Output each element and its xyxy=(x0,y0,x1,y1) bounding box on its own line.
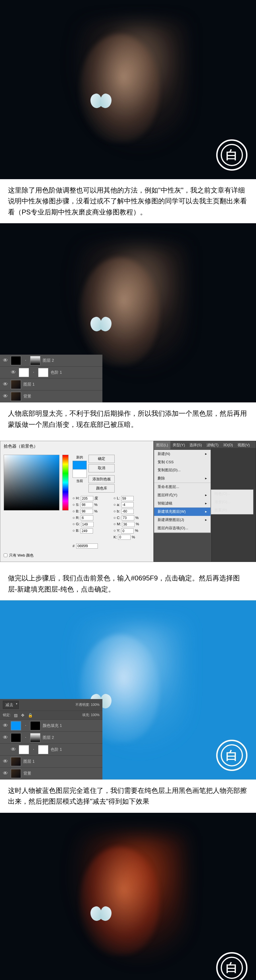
menu-item[interactable]: 智能滤镜▸ xyxy=(154,500,210,508)
ok-button[interactable]: 确定 xyxy=(89,455,114,463)
eye-icon[interactable]: 👁 xyxy=(10,370,16,375)
field-unit: % xyxy=(94,509,97,514)
layer-row[interactable]: 👁⬝色阶 1 xyxy=(0,744,102,756)
color-mode-radio[interactable]: ○ xyxy=(73,495,75,501)
eye-icon[interactable]: 👁 xyxy=(2,735,8,740)
eye-icon[interactable]: 👁 xyxy=(2,394,8,399)
lock-position-icon[interactable]: ✥ xyxy=(21,712,24,718)
layer-name-label: 图层 1 xyxy=(23,758,100,764)
color-field[interactable] xyxy=(4,455,59,511)
layer-name-label: 颜色填充 1 xyxy=(43,722,100,729)
paragraph-4: 这时人物被蓝色图层完全遮住了，我们需要在纯色层上用黑色画笔把人物亮部擦出来，然后… xyxy=(0,780,256,813)
color-value-input[interactable] xyxy=(121,528,134,533)
hex-input[interactable] xyxy=(76,544,98,549)
color-value-input[interactable] xyxy=(81,509,93,514)
eye-icon[interactable]: 👁 xyxy=(2,759,8,764)
color-mode-radio[interactable]: ○ xyxy=(113,502,116,508)
blend-mode-dropdown[interactable]: 减去 xyxy=(3,701,19,709)
menu-bar-item[interactable]: 类型(Y) xyxy=(170,441,187,449)
menu-item[interactable]: 新建(N)▸ xyxy=(154,450,210,458)
color-value-input[interactable] xyxy=(81,515,93,520)
layer-row[interactable]: 👁图层 1 xyxy=(0,756,102,768)
color-value-input[interactable] xyxy=(81,502,93,508)
layer-thumbnail xyxy=(11,769,21,778)
lock-all-icon[interactable]: 🔒 xyxy=(28,712,33,718)
color-value-input[interactable] xyxy=(121,496,134,501)
field-unit: % xyxy=(135,515,139,521)
color-value-input[interactable] xyxy=(121,509,134,514)
color-value-input[interactable] xyxy=(122,522,135,527)
color-value-input[interactable] xyxy=(118,535,130,540)
watermark-char: 白 xyxy=(221,744,243,767)
layer-row[interactable]: 👁⬝图层 2 xyxy=(0,355,102,367)
layer-row[interactable]: 👁图层 1 xyxy=(0,379,102,390)
menu-item[interactable]: 复制 CSS xyxy=(154,458,210,466)
color-mode-radio[interactable]: ○ xyxy=(113,509,116,514)
color-value-input[interactable] xyxy=(122,515,134,520)
layer-name-label: 图层 1 xyxy=(23,381,100,387)
color-mode-radio[interactable]: ○ xyxy=(113,515,116,521)
fill-layer-submenu: 纯色(O)...渐变(G)...图案(R)... xyxy=(211,490,253,514)
eye-icon[interactable]: 👁 xyxy=(10,747,16,752)
fill-value[interactable]: 100% xyxy=(91,713,100,717)
link-icon[interactable]: ⬝ xyxy=(23,357,28,363)
menu-item[interactable]: 重命名图层... xyxy=(154,483,210,491)
color-mode-radio[interactable]: ○ xyxy=(73,528,75,534)
layer-row[interactable]: 👁⬝图层 2 xyxy=(0,732,102,744)
color-mode-radio[interactable]: ○ xyxy=(73,521,75,527)
link-icon[interactable]: ⬝ xyxy=(23,734,28,741)
menu-item[interactable]: 图层样式(Y)▸ xyxy=(154,491,210,500)
menu-bar-item[interactable]: 选择(S) xyxy=(187,441,204,449)
add-swatch-button[interactable]: 添加到色板 xyxy=(89,475,114,484)
color-value-input[interactable] xyxy=(81,528,93,533)
menu-item[interactable]: 新建调整图层(J)▸ xyxy=(154,516,210,524)
menu-bar-item[interactable]: 图层(L) xyxy=(154,441,170,449)
layer-thumbnail xyxy=(19,745,29,754)
watermark-badge: 白 xyxy=(216,139,248,171)
color-mode-radio[interactable]: ○ xyxy=(73,515,75,521)
face-shape xyxy=(80,34,159,142)
chevron-right-icon: ▸ xyxy=(205,492,207,498)
menu-item[interactable]: 复制图层(D)... xyxy=(154,466,210,474)
layers-panel-1: 👁⬝图层 2👁⬝色阶 1👁图层 1👁背景 xyxy=(0,355,102,402)
current-color-swatch xyxy=(73,469,87,478)
eye-icon[interactable]: 👁 xyxy=(2,358,8,363)
layer-row[interactable]: 👁⬝颜色填充 1 xyxy=(0,720,102,732)
color-value-input[interactable] xyxy=(81,522,94,527)
layer-row[interactable]: 👁背景 xyxy=(0,768,102,780)
submenu-item[interactable]: 纯色(O)... xyxy=(211,490,253,498)
color-mode-radio[interactable]: ○ xyxy=(113,495,116,501)
watermark-badge: 白 xyxy=(216,952,248,980)
color-mode-radio[interactable]: ○ xyxy=(73,502,75,508)
menu-item[interactable]: 新建填充图层(W)▸ xyxy=(154,508,210,516)
opacity-value[interactable]: 100% xyxy=(91,703,100,707)
color-mode-radio[interactable]: ○ xyxy=(113,521,116,527)
lock-pixels-icon[interactable]: ▨ xyxy=(14,712,17,718)
eye-icon[interactable]: 👁 xyxy=(2,771,8,776)
menu-item[interactable]: 图层内容选项(O)... xyxy=(154,524,210,533)
web-only-label: 只有 Web 颜色 xyxy=(9,552,33,558)
eye-icon[interactable]: 👁 xyxy=(2,723,8,728)
hue-strip[interactable] xyxy=(62,455,68,511)
menu-item[interactable]: 删除▸ xyxy=(154,474,210,483)
field-label: S: xyxy=(76,502,80,508)
color-value-input[interactable] xyxy=(81,496,93,501)
link-icon[interactable]: ⬝ xyxy=(31,746,36,752)
cancel-button[interactable]: 取消 xyxy=(89,464,114,473)
color-mode-radio[interactable]: ○ xyxy=(73,509,75,514)
color-mode-radio[interactable]: ○ xyxy=(113,528,116,534)
eye-icon[interactable]: 👁 xyxy=(2,382,8,387)
layer-row[interactable]: 👁背景 xyxy=(0,390,102,402)
layer-name-label: 图层 2 xyxy=(43,357,100,363)
link-icon[interactable]: ⬝ xyxy=(31,369,36,375)
submenu-item[interactable]: 图案(R)... xyxy=(211,506,253,514)
submenu-item[interactable]: 渐变(G)... xyxy=(211,498,253,506)
layer-row[interactable]: 👁⬝色阶 1 xyxy=(0,367,102,379)
link-icon[interactable]: ⬝ xyxy=(23,722,28,729)
color-lib-button[interactable]: 颜色库 xyxy=(89,484,114,493)
current-color-label: 当前 xyxy=(76,478,83,484)
layer-mask-thumbnail xyxy=(30,721,40,730)
color-value-input[interactable] xyxy=(121,502,134,508)
watermark-char: 白 xyxy=(221,144,243,166)
web-only-checkbox[interactable] xyxy=(4,554,7,557)
